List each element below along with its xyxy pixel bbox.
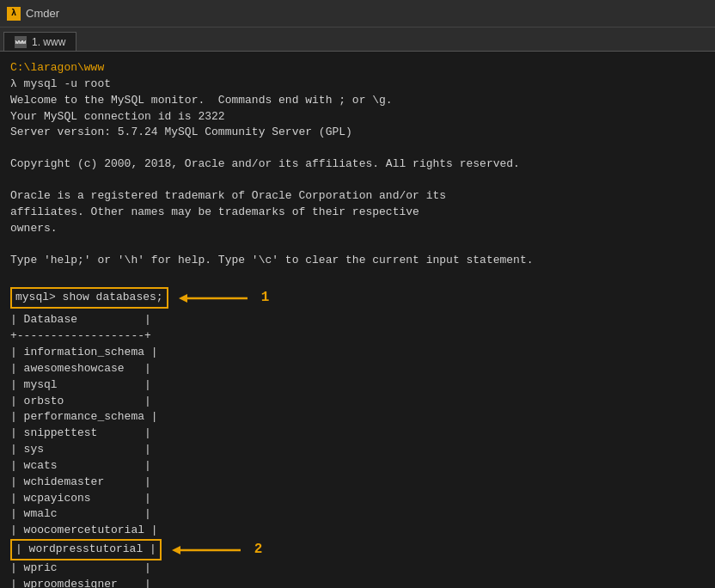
db-row-3: | orbsto | xyxy=(10,394,705,410)
svg-marker-1 xyxy=(179,294,187,303)
mysql-cmd-line: λ mysql -u root xyxy=(10,77,705,93)
empty-line-4 xyxy=(10,268,705,284)
tab-icon: www xyxy=(15,36,27,48)
annotation2-label: 2 xyxy=(254,540,263,560)
arrow2-icon xyxy=(172,542,249,559)
annotation1-label: 1 xyxy=(261,288,270,308)
empty-line-2 xyxy=(10,173,705,188)
db-divider-top: +-------------------+ xyxy=(10,328,705,345)
connection-id-line: Your MySQL connection id is 2322 xyxy=(10,109,705,126)
title-bar: λ Cmder xyxy=(0,0,715,28)
help-line: Type 'help;' or '\h' for help. Type '\c'… xyxy=(10,253,705,269)
empty-line-3 xyxy=(10,237,705,253)
terminal-content: C:\laragon\www λ mysql -u root Welcome t… xyxy=(0,52,715,588)
arrow1-icon xyxy=(179,290,256,307)
svg-marker-3 xyxy=(172,546,180,554)
app-title: Cmder xyxy=(26,7,59,20)
oracle-tm-line3: owners. xyxy=(10,221,705,237)
db-header: | Database | xyxy=(10,312,705,328)
command1-box: mysql> show databases; xyxy=(10,287,168,309)
db-row-10: | wmalc | xyxy=(10,506,705,523)
path-line: C:\laragon\www xyxy=(10,60,705,77)
tab-www[interactable]: www 1. www xyxy=(3,32,76,51)
db-row-11: | woocomercetutorial | xyxy=(10,523,705,539)
server-version-line: Server version: 5.7.24 MySQL Community S… xyxy=(10,125,705,141)
db-row-4: | performance_schema | xyxy=(10,409,705,426)
db-row-5: | snippettest | xyxy=(10,426,705,442)
app-icon: λ xyxy=(7,7,21,21)
command1-row: mysql> show databases; 1 xyxy=(10,287,705,309)
db-row-2: | mysql | xyxy=(10,377,705,394)
db-row-13: | wpric | xyxy=(10,560,705,577)
empty-line-1 xyxy=(10,141,705,156)
annotation2-group: 2 xyxy=(172,540,263,560)
db-row-8: | wchidemaster | xyxy=(10,475,705,491)
copyright-line: Copyright (c) 2000, 2018, Oracle and/or … xyxy=(10,156,705,173)
oracle-tm-line1: Oracle is a registered trademark of Orac… xyxy=(10,188,705,205)
db-row-14: | wproomdesigner | xyxy=(10,577,705,588)
db-row-7: | wcats | xyxy=(10,458,705,475)
oracle-tm-line2: affiliates. Other names may be trademark… xyxy=(10,205,705,221)
welcome-line: Welcome to the MySQL monitor. Commands e… xyxy=(10,93,705,109)
tab-bar: www 1. www xyxy=(0,28,715,52)
annotation1-group: 1 xyxy=(179,288,270,308)
db-boxed-label: | wordpresstutorial | xyxy=(10,539,162,560)
db-row-boxed-wordpress: | wordpresstutorial | 2 xyxy=(10,539,705,560)
db-row-6: | sys | xyxy=(10,442,705,458)
db-row-9: | wcpayicons | xyxy=(10,491,705,507)
db-row-1: | awesomeshowcase | xyxy=(10,361,705,377)
tab-label: 1. www xyxy=(32,36,65,48)
db-row-0: | information_schema | xyxy=(10,345,705,361)
